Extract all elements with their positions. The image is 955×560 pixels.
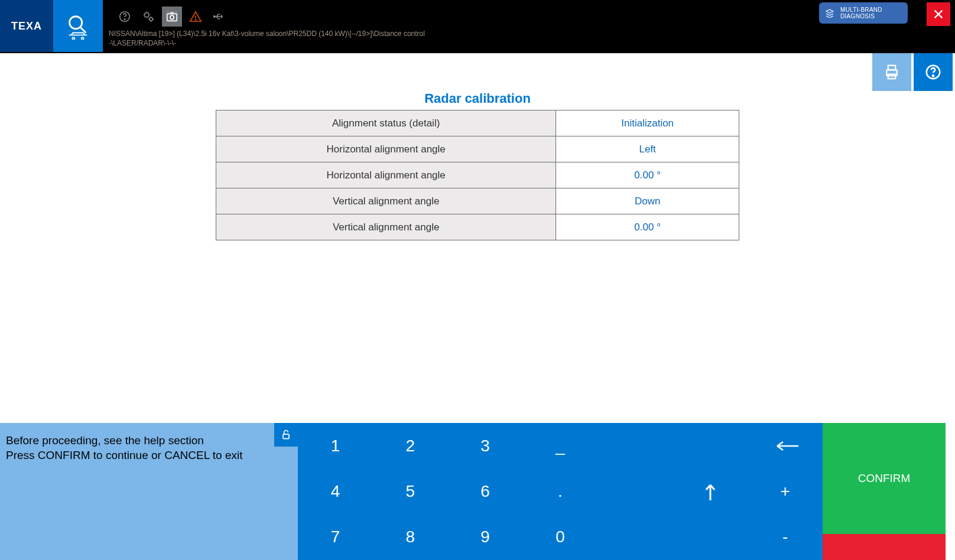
svg-rect-6 bbox=[167, 14, 177, 21]
keypad-arrow-up[interactable] bbox=[673, 468, 748, 514]
badge-line2: DIAGNOSIS bbox=[840, 13, 875, 19]
instruction-line2: Press CONFIRM to continue or CANCEL to e… bbox=[6, 448, 292, 463]
top-bar: TEXA NISSAN\Altima [19>] (L34)\2.5i 16v … bbox=[0, 0, 955, 53]
row-value: Down bbox=[556, 188, 739, 214]
instruction-line1: Before proceeding, see the help section bbox=[6, 434, 292, 448]
keypad-empty bbox=[597, 423, 673, 468]
keypad-empty bbox=[673, 423, 748, 468]
keypad-empty bbox=[597, 468, 673, 514]
keypad-dot[interactable]: . bbox=[523, 468, 598, 514]
keypad-plus[interactable]: + bbox=[748, 468, 823, 514]
stacked-layers-icon bbox=[824, 7, 836, 19]
row-label: Horizontal alignment angle bbox=[216, 162, 556, 188]
keypad-empty bbox=[673, 515, 748, 560]
usb-icon bbox=[213, 10, 226, 23]
main-content: Radar calibration Alignment status (deta… bbox=[0, 53, 955, 423]
row-label: Vertical alignment angle bbox=[216, 188, 556, 214]
keypad-9[interactable]: 9 bbox=[448, 515, 523, 560]
help-button[interactable] bbox=[115, 6, 135, 27]
vehicle-breadcrumb: NISSAN\Altima [19>] (L34)\2.5i 16v Kat\3… bbox=[109, 30, 425, 48]
settings-button[interactable] bbox=[138, 6, 158, 27]
vehicle-search-button[interactable] bbox=[53, 0, 103, 52]
backspace-icon bbox=[771, 439, 800, 453]
settings-icon bbox=[142, 10, 155, 23]
breadcrumb-line2: -\LASER/RADAR\-\-\- bbox=[109, 39, 425, 48]
screenshot-button[interactable] bbox=[162, 6, 182, 27]
table-row: Alignment status (detail)Initialization bbox=[216, 110, 739, 136]
bottom-panel: Before proceeding, see the help section … bbox=[0, 423, 955, 560]
table-row: Vertical alignment angleDown bbox=[216, 188, 739, 214]
row-value: Initialization bbox=[556, 110, 739, 136]
svg-point-5 bbox=[150, 18, 153, 21]
badge-line1: MULTI-BRAND bbox=[840, 6, 882, 13]
brand-logo: TEXA bbox=[0, 0, 53, 52]
svg-line-1 bbox=[80, 27, 86, 33]
keypad-2[interactable]: 2 bbox=[373, 423, 448, 468]
help-icon bbox=[118, 10, 131, 23]
instruction-panel: Before proceeding, see the help section … bbox=[0, 423, 298, 560]
row-label: Alignment status (detail) bbox=[216, 110, 556, 136]
camera-icon bbox=[165, 10, 178, 23]
svg-point-8 bbox=[195, 19, 196, 20]
svg-point-9 bbox=[213, 16, 215, 18]
close-icon bbox=[932, 8, 945, 21]
table-row: Vertical alignment angle0.00 ° bbox=[216, 214, 739, 240]
keypad-6[interactable]: 6 bbox=[448, 468, 523, 514]
keypad-4[interactable]: 4 bbox=[298, 468, 373, 514]
row-value: Left bbox=[556, 136, 739, 162]
warning-button[interactable] bbox=[186, 6, 206, 27]
warning-icon bbox=[189, 10, 202, 23]
table-row: Horizontal alignment angleLeft bbox=[216, 136, 739, 162]
row-label: Vertical alignment angle bbox=[216, 214, 556, 240]
table-row: Horizontal alignment angle0.00 ° bbox=[216, 162, 739, 188]
numeric-keypad: 1 2 3 _ 4 5 6 . + 7 8 9 0 - bbox=[298, 423, 823, 560]
keypad-0[interactable]: 0 bbox=[523, 515, 598, 560]
keypad-3[interactable]: 3 bbox=[448, 423, 523, 468]
arrow-up-icon bbox=[702, 481, 719, 502]
keypad-5[interactable]: 5 bbox=[373, 468, 448, 514]
keypad-underscore[interactable]: _ bbox=[523, 423, 598, 468]
calibration-table: Alignment status (detail)Initialization … bbox=[216, 110, 739, 240]
action-column: CONFIRM bbox=[823, 423, 946, 560]
row-value: 0.00 ° bbox=[556, 214, 739, 240]
multi-brand-badge[interactable]: MULTI-BRAND DIAGNOSIS bbox=[819, 2, 908, 24]
lock-button[interactable] bbox=[274, 423, 298, 447]
svg-point-0 bbox=[70, 17, 82, 29]
keypad-minus[interactable]: - bbox=[748, 515, 823, 560]
lock-icon bbox=[280, 429, 292, 441]
row-label: Horizontal alignment angle bbox=[216, 136, 556, 162]
breadcrumb-line1: NISSAN\Altima [19>] (L34)\2.5i 16v Kat\3… bbox=[109, 30, 425, 39]
keypad-8[interactable]: 8 bbox=[373, 515, 448, 560]
cancel-button[interactable] bbox=[823, 534, 946, 560]
svg-rect-17 bbox=[283, 434, 289, 439]
confirm-button[interactable]: CONFIRM bbox=[823, 423, 946, 534]
row-value: 0.00 ° bbox=[556, 162, 739, 188]
keypad-backspace[interactable] bbox=[748, 423, 823, 468]
search-vehicle-icon bbox=[64, 12, 92, 40]
svg-point-7 bbox=[170, 15, 174, 19]
close-button[interactable] bbox=[927, 2, 950, 26]
keypad-7[interactable]: 7 bbox=[298, 515, 373, 560]
keypad-empty bbox=[597, 515, 673, 560]
keypad-1[interactable]: 1 bbox=[298, 423, 373, 468]
svg-point-3 bbox=[124, 19, 125, 19]
usb-button[interactable] bbox=[209, 6, 229, 27]
page-title: Radar calibration bbox=[0, 91, 955, 106]
